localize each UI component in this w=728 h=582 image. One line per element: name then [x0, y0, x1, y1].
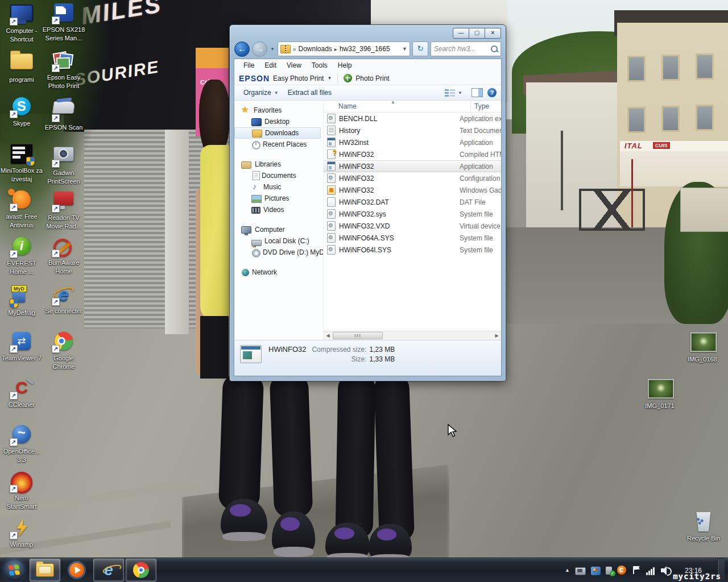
- taskbar-internet-explorer-button[interactable]: e: [93, 559, 124, 581]
- menu-help[interactable]: Help: [333, 60, 357, 70]
- taskbar-explorer-button[interactable]: [30, 559, 60, 581]
- address-dropdown-icon[interactable]: ▼: [402, 46, 407, 52]
- preview-pane-button[interactable]: [471, 88, 483, 97]
- skype-icon: S: [10, 97, 33, 118]
- close-button[interactable]: ✕: [485, 28, 501, 39]
- desktop-icon-nero[interactable]: Nero StartSmart: [0, 471, 43, 511]
- desktop-icon-burnaware[interactable]: BurnAware Home: [42, 236, 85, 276]
- desktop-icon-se-connecter[interactable]: e Se connecter: [42, 285, 85, 315]
- tray-volume-icon[interactable]: [661, 566, 671, 575]
- nav-desktop[interactable]: Desktop: [234, 116, 323, 127]
- scrollbar-thumb[interactable]: ⦀⦀⦀: [333, 332, 383, 339]
- menu-file[interactable]: File: [239, 60, 259, 70]
- tray-windows-update-icon[interactable]: [591, 567, 601, 575]
- views-button[interactable]: ▼: [440, 87, 467, 98]
- desktop-icon-openoffice[interactable]: ~ OpenOffice... 3.3: [0, 425, 43, 464]
- desktop-icon-epson-manual[interactable]: EPSON SX218 Series Man...: [42, 3, 85, 43]
- tray-network-icon[interactable]: [646, 566, 656, 575]
- nav-documents[interactable]: Documents: [234, 170, 323, 181]
- desktop-icon-minitoolbox[interactable]: MiniToolBox za izvestaj: [0, 143, 43, 184]
- file-row[interactable]: HWiNFO32Configuration sett: [324, 172, 501, 184]
- nav-local-disk-c[interactable]: Local Disk (C:): [234, 235, 323, 247]
- desktop-icon-ccleaner[interactable]: C CCleaner: [0, 378, 43, 409]
- main-area: Favorites Desktop Downloads Recent Place…: [234, 101, 501, 340]
- nav-pictures[interactable]: Pictures: [234, 193, 323, 204]
- refresh-button[interactable]: ↻: [412, 41, 428, 56]
- photo-print-button[interactable]: Photo Print: [355, 74, 389, 82]
- column-name[interactable]: Name: [324, 101, 471, 112]
- history-dropdown-icon[interactable]: ▼: [270, 47, 275, 52]
- desktop-icon-google-chrome[interactable]: Google Chrome: [42, 331, 85, 371]
- file-row[interactable]: HWiNFO32Compiled HTML: [324, 148, 501, 160]
- file-row-selected[interactable]: HWiNFO32Application: [324, 160, 501, 172]
- desktop-icon-img-0171[interactable]: IMG_0171: [638, 379, 681, 410]
- icon-label: Se connecter: [42, 307, 85, 315]
- breadcrumb[interactable]: « Downloads ▸ hw32_396_1665 ▼: [278, 41, 410, 56]
- desktop-icon-recycle-bin[interactable]: Recycle Bin: [682, 512, 725, 543]
- desktop-icon-epson-scan[interactable]: EPSON Scan: [42, 97, 85, 132]
- desktop-icon-everest[interactable]: i EVEREST Home ...: [0, 236, 43, 276]
- taskbar-chrome-button[interactable]: [126, 559, 156, 581]
- scroll-left-icon[interactable]: ◀: [324, 331, 332, 340]
- file-row[interactable]: HWiNFO32.VXDVirtual device driv: [324, 220, 501, 232]
- desktop-icon-mydefrag[interactable]: MyD MyDefrag: [0, 285, 43, 317]
- file-row[interactable]: HWiNFO64I.SYSSystem file: [324, 244, 501, 256]
- toolbar-separator: [337, 74, 338, 83]
- desktop-icon-readon-tv[interactable]: Readon TV Movie Rad...: [42, 190, 85, 231]
- epson-dropdown-icon[interactable]: ▼: [327, 76, 332, 81]
- file-row[interactable]: HW32instApplication: [324, 136, 501, 148]
- extract-all-button[interactable]: Extract all files: [283, 87, 336, 98]
- column-type[interactable]: Type: [471, 101, 501, 112]
- desktop-icon-gadwin-printscreen[interactable]: Gadwin PrintScreen: [42, 143, 85, 186]
- nav-recent-places[interactable]: Recent Places: [234, 139, 323, 150]
- search-input[interactable]: Search hw3...: [431, 41, 501, 56]
- file-row[interactable]: HWiNFO32.DATDAT File: [324, 196, 501, 208]
- minimize-button[interactable]: —: [453, 28, 469, 39]
- epson-dropdown[interactable]: Easy Photo Print: [273, 74, 324, 82]
- desktop-icon-avast[interactable]: avast! Free Antivirus: [0, 190, 43, 230]
- nav-favorites[interactable]: Favorites: [234, 104, 323, 116]
- organize-button[interactable]: Organize▼: [239, 87, 283, 98]
- desktop-icon-computer-shortcut[interactable]: Computer - Shortcut: [0, 3, 43, 44]
- title-bar[interactable]: — ▢ ✕: [230, 25, 506, 41]
- file-row[interactable]: BENCH.DLLApplication exten: [324, 113, 501, 124]
- maximize-button[interactable]: ▢: [469, 28, 485, 39]
- desktop-icon-epson-easy-photo-print[interactable]: Epson Easy Photo Print: [42, 50, 85, 90]
- file-row[interactable]: HWiNFO32Windows Gadget: [324, 184, 501, 196]
- file-row[interactable]: HWiNFO64A.SYSSystem file: [324, 232, 501, 244]
- tray-action-center-icon[interactable]: [631, 566, 641, 575]
- show-hidden-icons-button[interactable]: ▲: [565, 567, 570, 573]
- desktop-icon-skype[interactable]: S Skype: [0, 97, 43, 128]
- desktop-icon-teamviewer[interactable]: ⇄ TeamViewer 7: [0, 331, 43, 363]
- desktop-icon-img-0168[interactable]: IMG_0168: [681, 332, 724, 364]
- breadcrumb-downloads[interactable]: Downloads: [298, 45, 332, 53]
- desktop-icon-programi-folder[interactable]: programi: [0, 50, 43, 84]
- nav-downloads[interactable]: Downloads: [234, 127, 321, 139]
- forward-button[interactable]: →: [252, 41, 267, 57]
- nav-dvd-drive-d[interactable]: DVD Drive (D:) MyDi: [234, 247, 323, 258]
- nav-network[interactable]: Network: [234, 266, 323, 278]
- menu-view[interactable]: View: [282, 60, 306, 70]
- nav-videos[interactable]: Videos: [234, 204, 323, 215]
- nav-computer[interactable]: Computer: [234, 223, 323, 235]
- tray-avast-icon[interactable]: [617, 566, 626, 575]
- scroll-right-icon[interactable]: ▶: [493, 331, 501, 340]
- wallpaper-window: [696, 53, 714, 80]
- file-row[interactable]: HistoryText Document: [324, 124, 501, 136]
- start-button[interactable]: [3, 559, 25, 581]
- breadcrumb-prefix[interactable]: «: [293, 46, 296, 52]
- file-row[interactable]: HWiNFO32.sysSystem file: [324, 208, 501, 220]
- help-button[interactable]: ?: [487, 88, 497, 97]
- nav-libraries[interactable]: Libraries: [234, 158, 323, 170]
- desktop: ITAL CUIS MILES SOURIRE Cré Computer - S…: [0, 0, 728, 582]
- breadcrumb-current[interactable]: hw32_396_1665: [340, 45, 390, 53]
- taskbar-media-player-button[interactable]: [62, 559, 92, 581]
- menu-edit[interactable]: Edit: [260, 60, 281, 70]
- horizontal-scrollbar[interactable]: ◀ ⦀⦀⦀ ▶: [324, 331, 501, 340]
- back-button[interactable]: ←: [234, 41, 250, 57]
- nav-music[interactable]: Music: [234, 181, 323, 193]
- menu-tools[interactable]: Tools: [307, 60, 332, 70]
- desktop-icon-winamp[interactable]: Winamp: [0, 518, 43, 549]
- tray-printscreen-icon[interactable]: [575, 567, 586, 575]
- tray-safely-remove-icon[interactable]: [606, 567, 612, 575]
